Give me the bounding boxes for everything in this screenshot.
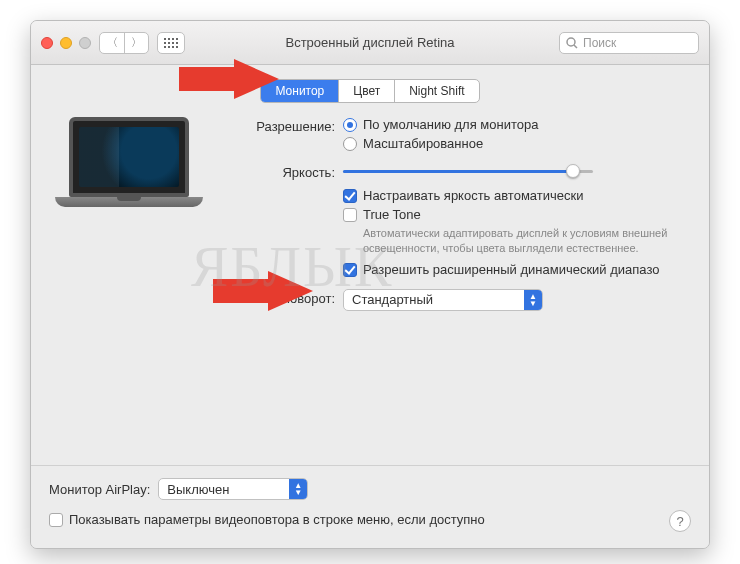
svg-rect-3 [176, 38, 178, 40]
svg-rect-6 [172, 42, 174, 44]
popup-arrows-icon: ▲▼ [289, 479, 307, 499]
tab-color[interactable]: Цвет [338, 80, 394, 102]
tab-segmented-control: Монитор Цвет Night Shift [260, 79, 479, 103]
resolution-default-radio[interactable]: По умолчанию для монитора [343, 117, 691, 132]
brightness-label: Яркость: [225, 163, 335, 180]
search-placeholder: Поиск [583, 36, 616, 50]
rotation-value: Стандартный [352, 292, 433, 307]
airplay-label: Монитор AirPlay: [49, 482, 150, 497]
nav-back-forward: 〈 〉 [99, 32, 149, 54]
search-field[interactable]: Поиск [559, 32, 699, 54]
window-controls [41, 37, 91, 49]
show-all-button[interactable] [157, 32, 185, 54]
content-area: Монитор Цвет Night Shift Разрешение: По … [31, 65, 709, 465]
close-button[interactable] [41, 37, 53, 49]
search-icon [566, 37, 578, 49]
show-mirroring-label: Показывать параметры видеоповтора в стро… [69, 512, 485, 527]
svg-rect-11 [176, 46, 178, 48]
hdr-label: Разрешить расширенный динамический диапа… [363, 262, 660, 277]
svg-rect-4 [164, 42, 166, 44]
auto-brightness-label: Настраивать яркость автоматически [363, 188, 583, 203]
resolution-label: Разрешение: [225, 117, 335, 134]
zoom-button[interactable] [79, 37, 91, 49]
rotation-label: Поворот: [225, 289, 335, 306]
prefs-window: 〈 〉 Встроенный дисплей Retina Поиск Мони… [30, 20, 710, 549]
tab-night-shift[interactable]: Night Shift [394, 80, 478, 102]
help-button[interactable]: ? [669, 510, 691, 532]
svg-point-12 [567, 38, 575, 46]
svg-rect-8 [164, 46, 166, 48]
settings-panel: Разрешение: По умолчанию для монитора Ма… [225, 117, 691, 319]
svg-rect-0 [164, 38, 166, 40]
show-mirroring-checkbox[interactable]: Показывать параметры видеоповтора в стро… [49, 512, 485, 527]
true-tone-checkbox[interactable]: True Tone [343, 207, 691, 222]
svg-rect-7 [176, 42, 178, 44]
airplay-value: Выключен [167, 482, 229, 497]
hdr-checkbox[interactable]: Разрешить расширенный динамический диапа… [343, 262, 691, 277]
tab-monitor[interactable]: Монитор [261, 80, 338, 102]
svg-rect-9 [168, 46, 170, 48]
back-button[interactable]: 〈 [100, 33, 124, 53]
resolution-scaled-label: Масштабированное [363, 136, 483, 151]
forward-button[interactable]: 〉 [124, 33, 148, 53]
resolution-scaled-radio[interactable]: Масштабированное [343, 136, 691, 151]
svg-rect-1 [168, 38, 170, 40]
airplay-popup[interactable]: Выключен ▲▼ [158, 478, 308, 500]
true-tone-hint: Автоматически адаптировать дисплей к усл… [363, 226, 691, 256]
titlebar: 〈 〉 Встроенный дисплей Retina Поиск [31, 21, 709, 65]
display-thumbnail [49, 117, 209, 227]
popup-arrows-icon: ▲▼ [524, 290, 542, 310]
svg-rect-5 [168, 42, 170, 44]
true-tone-label: True Tone [363, 207, 421, 222]
svg-rect-2 [172, 38, 174, 40]
grid-icon [164, 38, 178, 48]
svg-line-13 [574, 45, 577, 48]
brightness-slider[interactable] [343, 163, 593, 179]
resolution-default-label: По умолчанию для монитора [363, 117, 538, 132]
footer: Монитор AirPlay: Выключен ▲▼ Показывать … [31, 465, 709, 548]
auto-brightness-checkbox[interactable]: Настраивать яркость автоматически [343, 188, 691, 203]
minimize-button[interactable] [60, 37, 72, 49]
rotation-popup[interactable]: Стандартный ▲▼ [343, 289, 543, 311]
svg-rect-10 [172, 46, 174, 48]
